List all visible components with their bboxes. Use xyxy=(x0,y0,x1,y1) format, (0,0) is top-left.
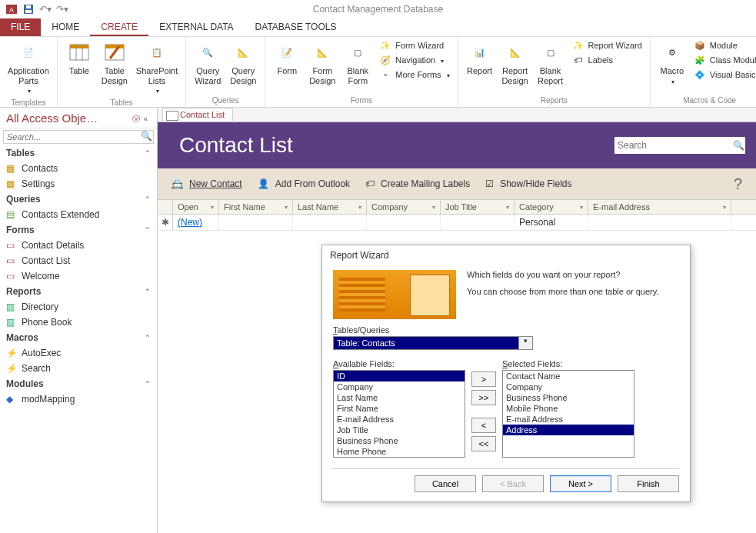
list-item[interactable]: Business Phone xyxy=(503,392,634,403)
remove-field-button[interactable]: < xyxy=(471,418,496,433)
nav-item[interactable]: ▭Contact List xyxy=(0,253,157,268)
nav-pane-header[interactable]: All Access Obje… ⓥ « xyxy=(0,108,157,128)
tab-external-data[interactable]: EXTERNAL DATA xyxy=(148,18,244,36)
datasheet-row[interactable]: ✱ (New)Personal xyxy=(158,215,756,231)
cell[interactable] xyxy=(219,215,293,230)
nav-group-modules[interactable]: Modules⌃ xyxy=(0,376,157,391)
tab-create[interactable]: CREATE xyxy=(90,18,148,36)
create-mailing-labels-button[interactable]: 🏷Create Mailing Labels xyxy=(365,178,470,189)
column-header[interactable]: Category▾ xyxy=(515,200,588,214)
add-all-fields-button[interactable]: >> xyxy=(471,390,496,405)
class-module-button[interactable]: 🧩Class Module xyxy=(691,53,756,67)
remove-all-fields-button[interactable]: << xyxy=(471,436,496,451)
nav-group-macros[interactable]: Macros⌃ xyxy=(0,330,157,345)
nav-item[interactable]: ▦Contacts xyxy=(0,161,157,176)
list-item[interactable]: E-mail Address xyxy=(503,414,634,425)
save-icon[interactable] xyxy=(22,2,35,16)
nav-group-forms[interactable]: Forms⌃ xyxy=(0,222,157,238)
column-header[interactable]: Open▾ xyxy=(173,200,219,214)
list-item[interactable]: Home Phone xyxy=(334,446,465,457)
column-header[interactable]: E-mail Address▾ xyxy=(588,200,731,214)
more-forms-button[interactable]: ▫More Forms xyxy=(376,68,452,82)
help-button[interactable]: ? xyxy=(734,175,742,193)
cell[interactable] xyxy=(588,215,731,230)
search-icon[interactable]: 🔍 xyxy=(139,131,153,143)
list-item[interactable]: Job Title xyxy=(334,425,465,435)
form-design-button[interactable]: 📐Form Design xyxy=(305,38,339,87)
nav-item[interactable]: ⚡AutoExec xyxy=(0,345,157,361)
add-from-outlook-button[interactable]: 👤Add From Outlook xyxy=(258,178,350,189)
module-button[interactable]: 📦Module xyxy=(691,38,756,52)
document-tab[interactable]: Contact List xyxy=(162,108,233,121)
back-button[interactable]: < Back xyxy=(482,475,544,492)
available-fields-listbox[interactable]: IDCompanyLast NameFirst NameE-mail Addre… xyxy=(333,370,465,458)
form-wizard-button[interactable]: ✨Form Wizard xyxy=(376,38,452,52)
cell[interactable] xyxy=(441,215,515,230)
redo-icon[interactable]: ↷▾ xyxy=(55,2,69,16)
blank-form-button[interactable]: ▢Blank Form xyxy=(341,38,375,87)
report-button[interactable]: 📊Report xyxy=(463,38,497,78)
list-item[interactable]: E-mail Address xyxy=(334,414,465,425)
list-item[interactable]: Last Name xyxy=(334,392,465,403)
navigation-button[interactable]: 🧭Navigation xyxy=(376,53,452,67)
column-header[interactable]: Job Title▾ xyxy=(441,200,515,214)
nav-group-queries[interactable]: Queries⌃ xyxy=(0,192,157,207)
form-search[interactable]: 🔍 xyxy=(614,137,745,154)
tables-queries-combo[interactable]: Table: Contacts ▾ xyxy=(333,336,533,350)
nav-item[interactable]: ▭Contact Details xyxy=(0,238,157,253)
report-wizard-button[interactable]: ✨Report Wizard xyxy=(569,38,645,52)
cell[interactable] xyxy=(293,215,367,230)
form-search-input[interactable] xyxy=(618,140,733,151)
list-item[interactable]: Address xyxy=(503,425,634,435)
sharepoint-lists-button[interactable]: 📋SharePoint Lists xyxy=(133,38,181,97)
nav-item[interactable]: ▥Phone Book xyxy=(0,315,157,330)
nav-group-reports[interactable]: Reports⌃ xyxy=(0,284,157,299)
list-item[interactable]: Mobile Phone xyxy=(503,403,634,414)
cancel-button[interactable]: Cancel xyxy=(415,475,476,492)
list-item[interactable]: Company xyxy=(334,381,465,392)
visual-basic-button[interactable]: 💠Visual Basic xyxy=(691,68,756,82)
cell[interactable]: (New) xyxy=(173,215,219,230)
nav-item[interactable]: ▦Settings xyxy=(0,176,157,192)
list-item[interactable]: Business Phone xyxy=(334,435,465,446)
labels-button[interactable]: 🏷Labels xyxy=(569,53,645,67)
report-design-button[interactable]: 📐Report Design xyxy=(498,38,532,87)
next-button[interactable]: Next > xyxy=(550,475,611,492)
nav-item[interactable]: ◆modMapping xyxy=(0,391,157,407)
cell[interactable] xyxy=(367,215,441,230)
query-design-button[interactable]: 📐Query Design xyxy=(226,38,260,87)
tab-database-tools[interactable]: DATABASE TOOLS xyxy=(245,18,348,36)
query-wizard-button[interactable]: 🔍Query Wizard xyxy=(191,38,225,87)
list-item[interactable]: Contact Name xyxy=(503,371,634,381)
list-item[interactable]: ID xyxy=(334,371,465,381)
column-header[interactable]: Last Name▾ xyxy=(293,200,367,214)
combo-dropdown-button[interactable]: ▾ xyxy=(519,336,533,350)
nav-search[interactable]: 🔍 xyxy=(3,130,154,144)
form-button[interactable]: 📝Form xyxy=(270,38,304,78)
add-field-button[interactable]: > xyxy=(471,371,496,387)
search-icon[interactable]: 🔍 xyxy=(733,140,744,151)
finish-button[interactable]: Finish xyxy=(618,475,679,492)
list-item[interactable]: Company xyxy=(503,381,634,392)
nav-search-input[interactable] xyxy=(4,131,139,143)
column-header[interactable]: Company▾ xyxy=(367,200,441,214)
tab-home[interactable]: HOME xyxy=(41,18,90,36)
selected-fields-listbox[interactable]: Contact NameCompanyBusiness PhoneMobile … xyxy=(502,370,634,458)
show-hide-fields-button[interactable]: ☑Show/Hide Fields xyxy=(485,178,571,189)
list-item[interactable]: First Name xyxy=(334,403,465,414)
column-header[interactable]: First Name▾ xyxy=(219,200,293,214)
new-contact-button[interactable]: 📇New Contact xyxy=(172,178,242,189)
cell[interactable]: Personal xyxy=(515,215,588,230)
blank-report-button[interactable]: ▢Blank Report xyxy=(534,38,568,87)
application-parts-button[interactable]: 📄Application Parts xyxy=(5,38,52,97)
macro-button[interactable]: ⚙Macro xyxy=(655,38,689,87)
row-selector[interactable]: ✱ xyxy=(158,215,173,230)
nav-group-tables[interactable]: Tables⌃ xyxy=(0,145,157,161)
table-design-button[interactable]: Table Design xyxy=(98,38,132,87)
nav-item[interactable]: ▭Welcome xyxy=(0,268,157,284)
nav-item[interactable]: ▥Directory xyxy=(0,299,157,315)
nav-item[interactable]: ⚡Search xyxy=(0,361,157,376)
tab-file[interactable]: FILE xyxy=(0,18,41,36)
nav-item[interactable]: ▤Contacts Extended xyxy=(0,207,157,222)
table-button[interactable]: Table xyxy=(62,38,96,78)
